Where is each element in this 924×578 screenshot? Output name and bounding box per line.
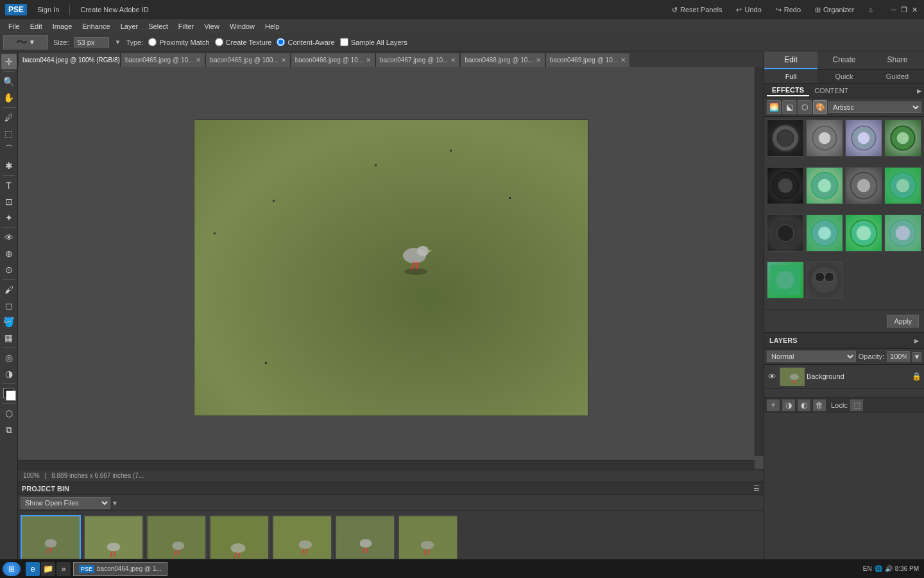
tool-brush[interactable]: 🖌	[1, 282, 17, 297]
canvas-scrollbar-v[interactable]	[755, 67, 764, 456]
reset-panels-button[interactable]: ↺ Reset Panels	[668, 4, 726, 15]
taskbar-icon-arrow[interactable]: »	[56, 562, 71, 576]
effect-thumb-6[interactable]	[845, 167, 882, 204]
bin-thumb-6[interactable]	[398, 515, 458, 565]
tab-close-6[interactable]: ✕	[620, 57, 626, 64]
tab-5[interactable]: bacon0468.jpeg @ 10... ✕	[460, 53, 545, 67]
taskbar-icon-folder[interactable]: 📁	[41, 562, 55, 576]
cat-icon-3d[interactable]: ⬡	[798, 100, 812, 114]
tab-0[interactable]: bacon0464.jpeg @ 100% (RGB/8) ✕	[18, 53, 121, 67]
tool-redeye[interactable]: 👁	[1, 230, 17, 245]
organizer-button[interactable]: ⊞ Organizer	[811, 4, 858, 15]
bin-thumb-4[interactable]	[272, 515, 332, 565]
panel-tab-edit[interactable]: Edit	[764, 51, 817, 69]
menu-view[interactable]: View	[199, 21, 225, 31]
tool-hand[interactable]: ✋	[1, 90, 17, 105]
bin-thumb-2[interactable]	[146, 515, 207, 565]
minimize-button[interactable]: ─	[889, 5, 898, 14]
effect-thumb-0[interactable]	[767, 119, 804, 157]
apply-button[interactable]: Apply	[887, 315, 919, 328]
tab-close-3[interactable]: ✕	[366, 57, 371, 64]
tool-eyedropper[interactable]: 🖊	[1, 110, 17, 125]
home-button[interactable]: ⌂	[864, 4, 877, 15]
close-button[interactable]: ✕	[910, 5, 919, 14]
menu-image[interactable]: Image	[47, 21, 78, 31]
menu-edit[interactable]: Edit	[25, 21, 47, 31]
menu-file[interactable]: File	[3, 21, 25, 31]
effect-thumb-9[interactable]	[806, 215, 843, 252]
tool-paint-bucket[interactable]: 🪣	[1, 314, 17, 329]
lock-transparent-button[interactable]: ⬚	[850, 399, 863, 411]
tab-close-4[interactable]: ✕	[450, 57, 456, 64]
redo-button[interactable]: ↪ Redo	[772, 4, 805, 15]
panel-tab-share[interactable]: Share	[871, 51, 924, 69]
bin-thumb-5[interactable]	[335, 515, 395, 565]
tool-cookie[interactable]: ✦	[1, 210, 17, 225]
tab-close-1[interactable]: ✕	[196, 57, 201, 64]
tool-type[interactable]: T	[1, 178, 17, 193]
tool-blur[interactable]: ◎	[1, 350, 17, 365]
tool-move[interactable]: ✛	[1, 54, 17, 69]
tool-content-move[interactable]: ⧉	[1, 422, 17, 437]
effect-thumb-12[interactable]	[767, 261, 804, 299]
project-bin-options-icon[interactable]: ☰	[753, 484, 760, 493]
undo-button[interactable]: ↩ Undo	[732, 4, 765, 15]
menu-window[interactable]: Window	[225, 21, 260, 31]
create-texture-radio[interactable]: Create Texture	[215, 38, 272, 46]
bin-thumb-0[interactable]	[21, 515, 81, 565]
taskbar-icon-ie[interactable]: e	[26, 562, 40, 576]
effect-thumb-2[interactable]	[845, 119, 882, 157]
tool-zoom[interactable]: 🔍	[1, 74, 17, 89]
cat-icon-photo[interactable]: 🌅	[767, 100, 781, 114]
panel-sub-tab-guided[interactable]: Guided	[871, 70, 924, 83]
effects-tab-effects[interactable]: EFFECTS	[767, 85, 809, 96]
tool-marquee[interactable]: ⬚	[1, 126, 17, 141]
tool-clone[interactable]: ⊙	[1, 262, 17, 277]
layers-more-button[interactable]: ▸	[914, 335, 919, 346]
maximize-button[interactable]: ❐	[900, 5, 909, 14]
tool-gradient[interactable]: ▦	[1, 330, 17, 346]
tab-2[interactable]: bacon0465.jpg @ 100... ✕	[205, 53, 290, 67]
tool-lasso[interactable]: ⌒	[1, 142, 17, 157]
delete-layer-button[interactable]: 🗑	[813, 399, 826, 411]
menu-select[interactable]: Select	[143, 21, 173, 31]
panel-sub-tab-full[interactable]: Full	[764, 70, 817, 83]
effects-more-button[interactable]: ▸	[917, 85, 921, 96]
effect-thumb-5[interactable]	[806, 167, 843, 204]
tab-3[interactable]: bacon0466.jpeg @ 10... ✕	[291, 53, 375, 67]
start-button[interactable]: ⊞	[3, 562, 21, 576]
new-adjustment-button[interactable]: ◐	[798, 399, 810, 411]
sign-in-button[interactable]: Sign In	[33, 4, 63, 15]
effect-thumb-13[interactable]	[806, 261, 843, 299]
menu-filter[interactable]: Filter	[173, 21, 199, 31]
category-select[interactable]: Artistic	[828, 101, 921, 113]
new-layer-button[interactable]: +	[767, 399, 780, 411]
tab-4[interactable]: bacon0467.jpeg @ 10... ✕	[375, 53, 460, 67]
create-adobe-id-button[interactable]: Create New Adobe ID	[76, 4, 152, 15]
content-aware-radio[interactable]: Content-Aware	[277, 38, 334, 46]
panel-sub-tab-quick[interactable]: Quick	[817, 70, 871, 83]
tab-close-2[interactable]: ✕	[281, 57, 286, 64]
cat-icon-artistic[interactable]: 🎨	[813, 100, 827, 114]
effect-thumb-3[interactable]	[884, 119, 921, 157]
tool-crop[interactable]: ⊡	[1, 194, 17, 209]
layer-visibility-toggle[interactable]: 👁	[767, 371, 777, 381]
new-fill-layer-button[interactable]: ◑	[782, 399, 795, 411]
opacity-input[interactable]	[887, 351, 910, 362]
tab-close-5[interactable]: ✕	[536, 57, 541, 64]
layer-row-background[interactable]: 👁 Background 🔒	[764, 365, 924, 389]
menu-enhance[interactable]: Enhance	[77, 21, 115, 31]
canvas-scrollbar-h[interactable]	[18, 460, 755, 469]
effects-tab-content[interactable]: CONTENT	[809, 85, 853, 96]
proximity-match-radio[interactable]: Proximity Match	[148, 38, 209, 46]
brush-tool-icon[interactable]: 〜 ▼	[3, 35, 48, 49]
cat-icon-layer[interactable]: ⬕	[782, 100, 796, 114]
effect-thumb-8[interactable]	[767, 215, 804, 252]
show-open-files-select[interactable]: Show Open Files	[21, 497, 110, 509]
effect-thumb-1[interactable]	[806, 119, 843, 157]
tool-smart-brush[interactable]: ⬡	[1, 406, 17, 421]
bin-thumb-3[interactable]	[209, 515, 270, 565]
foreground-color[interactable]	[1, 386, 17, 401]
tab-6[interactable]: bacon0469.jpeg @ 10... ✕	[545, 53, 630, 67]
brush-size-input[interactable]	[74, 37, 109, 48]
